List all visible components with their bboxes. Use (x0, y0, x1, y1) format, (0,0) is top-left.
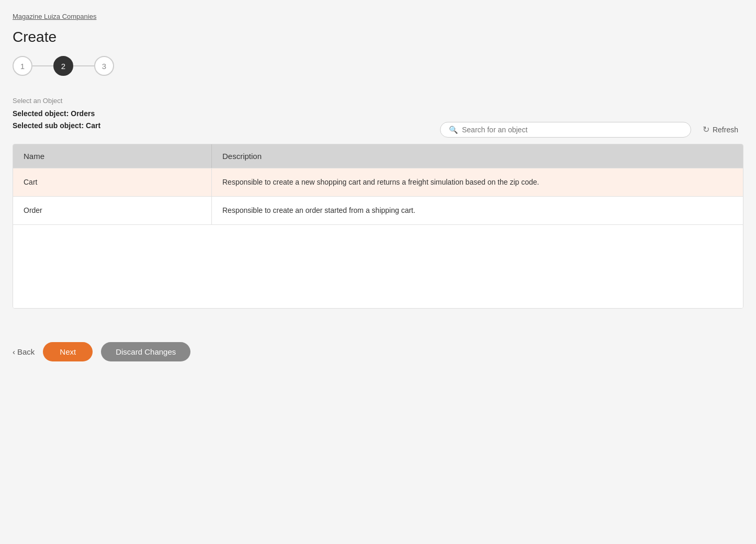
stepper: 1 2 3 (13, 56, 743, 76)
selected-object-info: Selected object: Orders (13, 109, 743, 118)
next-button[interactable]: Next (43, 342, 93, 361)
header-description: Description (212, 144, 743, 168)
breadcrumb[interactable]: Magazine Luiza Companies (13, 13, 743, 20)
header-name: Name (13, 144, 212, 168)
table-row[interactable]: Cart Responsible to create a new shoppin… (13, 168, 743, 196)
row-name: Order (13, 197, 212, 224)
search-input[interactable] (462, 126, 682, 134)
step-1[interactable]: 1 (13, 56, 32, 76)
refresh-label: Refresh (713, 126, 738, 134)
back-chevron-icon: ‹ (13, 347, 15, 356)
step-2[interactable]: 2 (53, 56, 73, 76)
back-label: Back (17, 347, 35, 356)
step-line-1 (32, 65, 53, 66)
row-name: Cart (13, 168, 212, 196)
step-3[interactable]: 3 (94, 56, 114, 76)
page-title: Create (13, 29, 743, 46)
row-description: Responsible to create an order started f… (212, 197, 743, 224)
refresh-button[interactable]: ↻ Refresh (697, 121, 743, 138)
table-empty-area (13, 224, 743, 308)
step-line-2 (73, 65, 94, 66)
search-box[interactable]: 🔍 (440, 122, 691, 138)
section-label: Select an Object (13, 97, 743, 105)
search-refresh-row: 🔍 ↻ Refresh (13, 121, 743, 138)
table-row[interactable]: Order Responsible to create an order sta… (13, 196, 743, 224)
back-button[interactable]: ‹ Back (13, 347, 35, 356)
table-header: Name Description (13, 144, 743, 168)
refresh-icon: ↻ (703, 124, 709, 134)
search-icon: 🔍 (449, 126, 458, 134)
objects-table: Name Description Cart Responsible to cre… (13, 144, 743, 309)
row-description: Responsible to create a new shopping car… (212, 168, 743, 196)
discard-button[interactable]: Discard Changes (101, 342, 190, 361)
footer-actions: ‹ Back Next Discard Changes (13, 330, 743, 374)
